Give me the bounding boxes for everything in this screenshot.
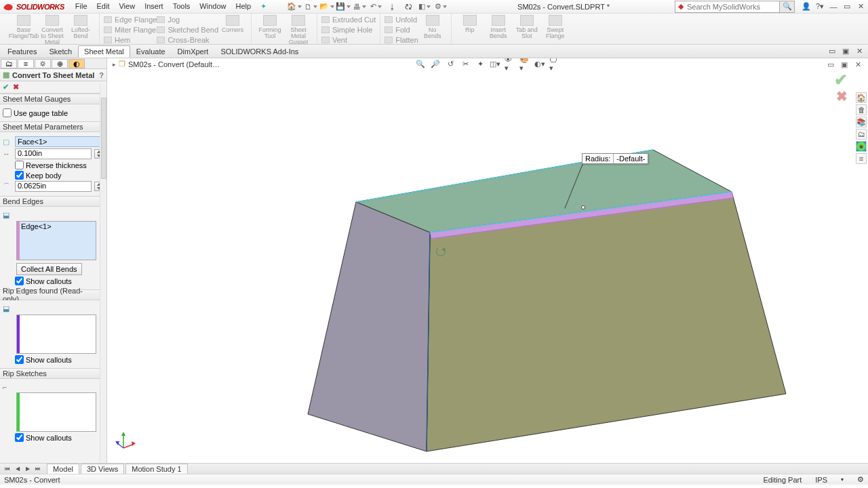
resources-pane-icon[interactable]: 🗑 [856,104,867,115]
rip-button[interactable]: Rip [456,14,484,33]
orient-icon[interactable]: ✦ [475,58,486,69]
graphics-viewport[interactable]: ▸ ❒ SM02s - Convert (Default… 🔍 🔎 ↺ ✂ ✦ … [107,58,868,463]
unfold-button[interactable]: Unfold [384,15,418,24]
menu-file[interactable]: File [71,1,92,12]
lofted-bend-button[interactable]: Lofted-Bend [66,14,95,39]
vp-max-icon[interactable]: ▣ [840,60,849,69]
property-tab-icon[interactable]: ≡ [18,59,34,68]
3dviews-tab[interactable]: 3D Views [81,464,124,474]
explorer-pane-icon[interactable]: 🗂 [856,129,867,140]
fold-button[interactable]: Fold [384,25,418,35]
menu-help[interactable]: Help [231,1,255,12]
insert-bends-button[interactable]: Insert Bends [484,14,513,39]
rebuild-icon[interactable]: 🗘 [402,1,414,13]
close-button[interactable]: ✕ [856,2,865,12]
keep-body-checkbox[interactable]: Keep body [15,171,62,180]
status-units[interactable]: IPS [815,476,827,484]
search-input[interactable] [687,2,776,12]
dimxpert-tab-icon[interactable]: ⊕ [52,59,68,68]
panel-scrollbar[interactable] [100,84,106,463]
model-view[interactable] [107,58,868,463]
new-icon[interactable]: 🗋 [304,1,317,13]
section-view-icon[interactable]: ✂ [460,58,471,69]
motion-study-tab[interactable]: Motion Study 1 [125,464,187,474]
radius-input[interactable]: 0.0625in [15,181,92,192]
display-style-icon[interactable]: ◫▾ [490,58,500,69]
extruded-cut-button[interactable]: Extruded Cut [321,15,376,24]
menu-tools[interactable]: Tools [169,1,195,12]
tab-nav-prev-icon[interactable]: ◀ [13,464,22,474]
zoom-fit-icon[interactable]: 🔍 [415,58,426,69]
appearance-icon[interactable]: 🎨▾ [519,58,530,69]
appearance-pane-icon[interactable]: ● [856,141,867,152]
search-button[interactable]: 🔍 [780,1,795,13]
section-rip-sketches-header[interactable]: Rip Sketches⌃ [0,368,106,379]
sketch-show-callouts-checkbox[interactable]: Show callouts [15,433,72,442]
open-icon[interactable]: 📂 [321,1,333,13]
hem-button[interactable]: Hem [104,35,157,45]
miter-flange-button[interactable]: Miter Flange [104,25,157,35]
section-bend-header[interactable]: Bend Edges⌃ [0,196,106,207]
callout-value[interactable]: -Default- [614,154,648,163]
options-icon[interactable]: ◧ [418,1,431,13]
bend-show-callouts-checkbox[interactable]: Show callouts [15,277,72,285]
tab-nav-last-icon[interactable]: ⏭ [33,464,43,474]
tab-addins[interactable]: SOLIDWORKS Add-Ins [214,45,304,58]
corners-button[interactable]: Corners [218,14,247,33]
tab-slot-button[interactable]: Tab and Slot [513,14,541,39]
prev-view-icon[interactable]: ↺ [445,58,456,69]
flyout-tree[interactable]: ▸ ❒ SM02s - Convert (Default… [113,60,220,68]
reverse-thickness-checkbox[interactable]: Reverse thickness [15,161,87,169]
home-pane-icon[interactable]: 🏠 [856,92,867,103]
doc-close-icon[interactable]: ✕ [854,47,864,56]
rip-show-callouts-checkbox[interactable]: Show callouts [15,355,72,364]
face-selection[interactable]: Face<1> [15,136,104,147]
base-flange-button[interactable]: Base Flange/Tab [9,14,38,39]
select-icon[interactable]: ⭳ [386,1,398,13]
swept-flange-button[interactable]: Swept Flange [541,14,570,39]
thickness-input[interactable]: 0.100in [15,148,92,159]
ok-button[interactable]: ✔ [3,83,9,92]
collect-bends-button[interactable]: Collect All Bends [16,263,82,275]
print-icon[interactable]: 🖶 [353,1,366,13]
settings-icon[interactable]: ⚙ [435,1,447,13]
menu-window[interactable]: Window [195,1,230,12]
display-tab-icon[interactable]: ◐ [68,59,85,68]
menu-edit[interactable]: Edit [93,1,114,12]
flatten-button[interactable]: Flatten [384,35,418,45]
help-icon[interactable]: ?▾ [815,2,825,12]
simple-hole-button[interactable]: Simple Hole [321,25,376,35]
use-gauge-checkbox[interactable]: Use gauge table [3,108,68,117]
doc-max-icon[interactable]: ▣ [841,47,850,56]
library-pane-icon[interactable]: 📚 [856,117,867,127]
convert-sheetmetal-button[interactable]: Convert to Sheet Metal [38,14,66,45]
no-bends-button[interactable]: No Bends [418,14,447,39]
properties-pane-icon[interactable]: ≡ [856,153,867,164]
view-settings-icon[interactable]: 🖵▾ [549,58,560,69]
model-tab[interactable]: Model [47,464,79,474]
user-icon[interactable]: 👤 [802,2,811,12]
menu-insert[interactable]: Insert [140,1,167,12]
rip-edges-list[interactable] [16,314,96,354]
forming-tool-button[interactable]: Forming Tool [256,14,284,39]
tab-nav-first-icon[interactable]: ⏮ [3,464,12,474]
undo-icon[interactable]: ↶ [370,1,382,13]
tab-evaluate[interactable]: Evaluate [130,45,172,58]
status-custom-icon[interactable]: ⚙ [857,475,864,484]
home-icon[interactable]: 🏠 [288,1,300,13]
tab-sheet-metal[interactable]: Sheet Metal [78,45,130,58]
section-gauges-header[interactable]: Sheet Metal Gauges⌃ [0,94,106,104]
bend-edges-list[interactable]: Edge<1> [16,221,96,260]
tab-nav-next-icon[interactable]: ▶ [23,464,33,474]
sketched-bend-button[interactable]: Sketched Bend [157,25,218,35]
cross-break-button[interactable]: Cross-Break [157,35,218,45]
tree-expand-icon[interactable]: ▸ [113,61,116,68]
hide-show-icon[interactable]: 👁▾ [505,58,515,69]
restore-button[interactable]: ▭ [842,2,852,12]
menu-pin-icon[interactable]: ✦ [256,1,271,12]
jog-button[interactable]: Jog [157,15,218,24]
vent-button[interactable]: Vent [321,35,376,45]
save-icon[interactable]: 💾 [337,1,349,13]
confirm-corner-cancel[interactable]: ✖ [836,88,848,104]
search-box[interactable]: ◆ [675,1,780,13]
